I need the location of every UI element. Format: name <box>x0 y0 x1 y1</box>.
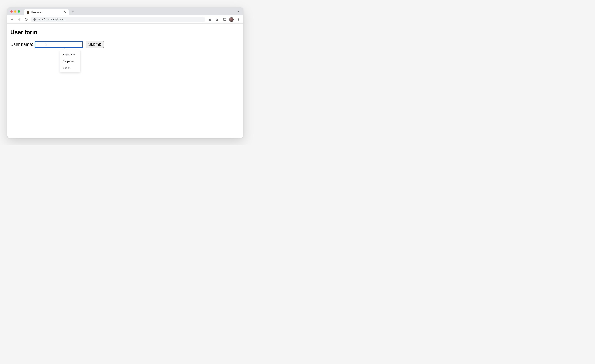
window-minimize-button[interactable] <box>14 10 16 13</box>
forward-button[interactable] <box>17 17 22 22</box>
browser-tab[interactable]: ✦ User form ✕ <box>24 9 69 15</box>
close-tab-button[interactable]: ✕ <box>64 11 66 14</box>
submit-button[interactable]: Submit <box>85 41 104 48</box>
favicon-icon: ✦ <box>27 11 29 14</box>
svg-point-5 <box>238 20 239 21</box>
window-controls <box>10 10 20 13</box>
extensions-button[interactable] <box>207 17 212 22</box>
autocomplete-option[interactable]: Superman <box>60 51 80 58</box>
globe-icon <box>33 18 36 21</box>
profile-avatar[interactable] <box>229 17 234 22</box>
address-bar[interactable]: user-form.example.com <box>31 17 205 22</box>
toolbar: user-form.example.com <box>7 15 243 24</box>
panel-icon <box>223 18 226 21</box>
window-maximize-button[interactable] <box>18 10 20 13</box>
autocomplete-option[interactable]: Sparta <box>60 64 80 71</box>
reload-icon <box>25 18 28 21</box>
browser-window: ✦ User form ✕ + user-form.example.com <box>7 7 243 138</box>
window-close-button[interactable] <box>10 10 13 13</box>
autocomplete-option[interactable]: Simpsons <box>60 58 80 64</box>
new-tab-button[interactable]: + <box>71 9 75 14</box>
titlebar: ✦ User form ✕ + <box>7 7 243 15</box>
kebab-icon <box>237 18 240 21</box>
username-input[interactable] <box>35 41 83 48</box>
back-button[interactable] <box>10 17 15 22</box>
autocomplete-popup: Superman Simpsons Sparta <box>60 50 80 72</box>
arrow-left-icon <box>10 18 14 21</box>
user-form: User name: 𝙸 Submit Superman Simpsons Sp… <box>10 41 240 48</box>
arrow-right-icon <box>17 18 21 21</box>
reload-button[interactable] <box>24 17 29 22</box>
username-label: User name: <box>10 42 33 47</box>
puzzle-icon <box>208 18 211 21</box>
chevron-down-icon <box>237 10 240 13</box>
url-text: user-form.example.com <box>38 18 65 21</box>
page-title: User form <box>10 29 240 35</box>
downloads-button[interactable] <box>214 17 220 22</box>
page-content: User form User name: 𝙸 Submit Superman S… <box>7 24 243 138</box>
svg-point-4 <box>238 19 239 20</box>
menu-button[interactable] <box>236 17 241 22</box>
svg-rect-1 <box>223 18 226 21</box>
tabs-dropdown-button[interactable] <box>236 9 240 14</box>
tabs-area: ✦ User form ✕ + <box>24 7 75 15</box>
sidepanel-button[interactable] <box>222 17 227 22</box>
download-icon <box>216 18 219 21</box>
tab-title: User form <box>31 11 63 14</box>
toolbar-right-icons <box>207 17 241 22</box>
svg-point-3 <box>238 18 239 19</box>
